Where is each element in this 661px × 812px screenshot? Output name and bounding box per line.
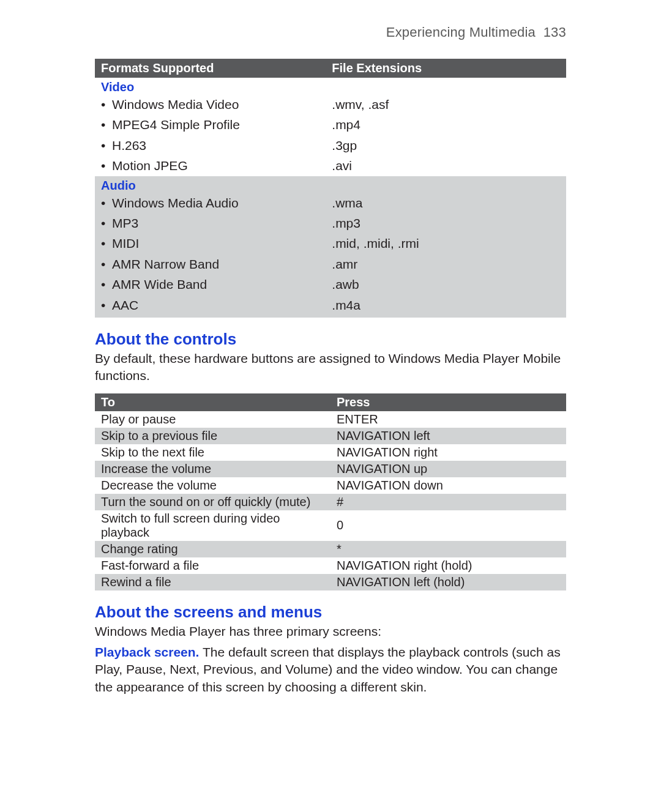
control-action: Increase the volume	[95, 461, 330, 477]
format-name: AAC	[112, 298, 138, 312]
format-name: MIDI	[112, 236, 139, 250]
controls-row: Skip to a previous file NAVIGATION left	[95, 428, 566, 444]
video-heading-row: Video	[95, 78, 566, 94]
controls-table: To Press Play or pause ENTER Skip to a p…	[95, 393, 566, 590]
control-action: Change rating	[95, 541, 330, 557]
format-ext: .amr	[326, 254, 566, 274]
controls-row: Turn the sound on or off quickly (mute) …	[95, 494, 566, 510]
audio-row: •AMR Wide Band .awb	[95, 274, 566, 294]
col-formats: Formats Supported	[95, 59, 326, 78]
controls-row: Increase the volume NAVIGATION up	[95, 461, 566, 477]
format-ext: .wmv, .asf	[326, 94, 566, 114]
controls-table-header: To Press	[95, 393, 566, 411]
col-to: To	[95, 393, 330, 411]
format-name: AMR Narrow Band	[112, 257, 219, 271]
audio-row: •Windows Media Audio .wma	[95, 193, 566, 213]
control-action: Decrease the volume	[95, 477, 330, 494]
audio-row: •AMR Narrow Band .amr	[95, 254, 566, 274]
control-action: Switch to full screen during video playb…	[95, 510, 330, 541]
format-ext: .wma	[326, 193, 566, 213]
about-controls-heading: About the controls	[95, 330, 566, 349]
control-key: NAVIGATION right (hold)	[330, 557, 566, 574]
control-key: *	[330, 541, 566, 557]
bullet-icon: •	[101, 95, 112, 113]
format-ext: .mp3	[326, 213, 566, 233]
control-key: ENTER	[330, 411, 566, 428]
audio-heading-row: Audio	[95, 176, 566, 193]
format-name: Windows Media Video	[112, 97, 239, 111]
page-number: 133	[543, 24, 566, 40]
control-key: 0	[330, 510, 566, 541]
format-name: MPEG4 Simple Profile	[112, 117, 240, 132]
bullet-icon: •	[101, 194, 112, 212]
format-name: Windows Media Audio	[112, 196, 239, 210]
format-ext: .m4a	[326, 295, 566, 318]
format-name: MP3	[112, 216, 138, 230]
video-row: •H.263 .3gp	[95, 135, 566, 155]
audio-row: •MIDI .mid, .midi, .rmi	[95, 233, 566, 253]
video-row: •Motion JPEG .avi	[95, 155, 566, 176]
bullet-icon: •	[101, 214, 112, 232]
control-key: NAVIGATION up	[330, 461, 566, 477]
control-key: NAVIGATION right	[330, 444, 566, 461]
format-name: Motion JPEG	[112, 158, 188, 173]
control-action: Rewind a file	[95, 574, 330, 590]
format-ext: .mid, .midi, .rmi	[326, 233, 566, 253]
video-subheading: Video	[95, 78, 566, 94]
formats-table: Formats Supported File Extensions Video …	[95, 59, 566, 318]
formats-table-header: Formats Supported File Extensions	[95, 59, 566, 78]
controls-row: Play or pause ENTER	[95, 411, 566, 428]
format-name: AMR Wide Band	[112, 277, 207, 291]
format-ext: .avi	[326, 155, 566, 176]
col-extensions: File Extensions	[326, 59, 566, 78]
control-key: NAVIGATION left	[330, 428, 566, 444]
format-ext: .mp4	[326, 114, 566, 135]
audio-subheading: Audio	[95, 176, 566, 193]
control-action: Skip to a previous file	[95, 428, 330, 444]
controls-row: Fast-forward a file NAVIGATION right (ho…	[95, 557, 566, 574]
video-row: •Windows Media Video .wmv, .asf	[95, 94, 566, 114]
bullet-icon: •	[101, 296, 112, 314]
control-action: Skip to the next file	[95, 444, 330, 461]
bullet-icon: •	[101, 136, 112, 154]
col-press: Press	[330, 393, 566, 411]
bullet-icon: •	[101, 275, 112, 293]
bullet-icon: •	[101, 116, 112, 133]
controls-row: Rewind a file NAVIGATION left (hold)	[95, 574, 566, 590]
controls-row: Switch to full screen during video playb…	[95, 510, 566, 541]
chapter-title: Experiencing Multimedia	[386, 24, 536, 40]
controls-row: Decrease the volume NAVIGATION down	[95, 477, 566, 494]
bullet-icon: •	[101, 157, 112, 174]
bullet-icon: •	[101, 255, 112, 273]
format-ext: .3gp	[326, 135, 566, 155]
bullet-icon: •	[101, 234, 112, 252]
format-ext: .awb	[326, 274, 566, 294]
page-header: Experiencing Multimedia 133	[95, 24, 566, 40]
format-name: H.263	[112, 138, 146, 152]
controls-row: Change rating *	[95, 541, 566, 557]
audio-row: •AAC .m4a	[95, 295, 566, 318]
control-action: Turn the sound on or off quickly (mute)	[95, 494, 330, 510]
control-action: Fast-forward a file	[95, 557, 330, 574]
playback-screen-lead: Playback screen.	[95, 645, 199, 659]
audio-row: •MP3 .mp3	[95, 213, 566, 233]
about-screens-intro: Windows Media Player has three primary s…	[95, 623, 566, 640]
control-key: #	[330, 494, 566, 510]
controls-row: Skip to the next file NAVIGATION right	[95, 444, 566, 461]
control-key: NAVIGATION left (hold)	[330, 574, 566, 590]
video-row: •MPEG4 Simple Profile .mp4	[95, 114, 566, 135]
control-key: NAVIGATION down	[330, 477, 566, 494]
control-action: Play or pause	[95, 411, 330, 428]
playback-screen-paragraph: Playback screen. The default screen that…	[95, 644, 566, 696]
about-controls-intro: By default, these hardware buttons are a…	[95, 350, 566, 385]
about-screens-heading: About the screens and menus	[95, 603, 566, 622]
